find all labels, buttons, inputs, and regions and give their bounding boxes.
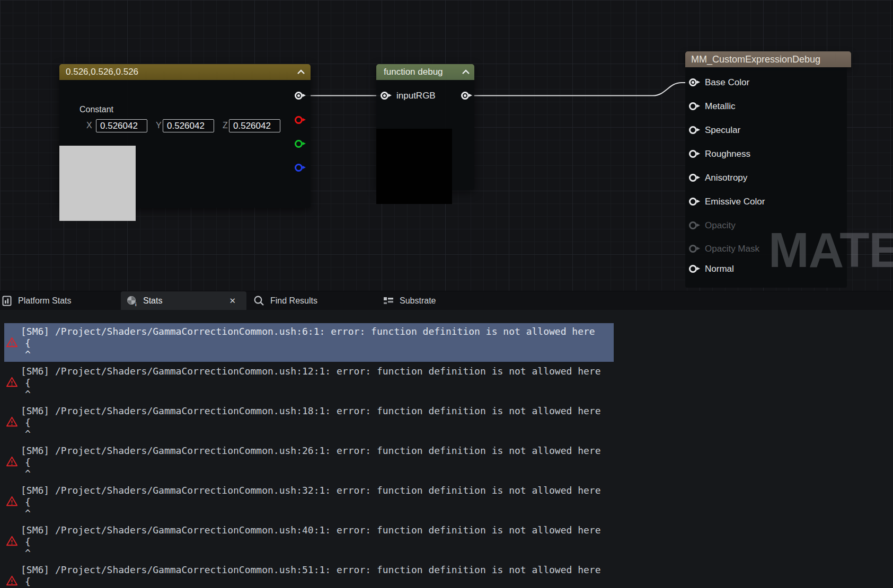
log-caret: ^ [21, 547, 893, 558]
function-debug-output-pin[interactable] [461, 92, 469, 100]
tab-platform-stats[interactable]: Platform Stats [2, 291, 71, 310]
log-caret: ^ [21, 428, 893, 439]
material-output-node-title: MM_CustomExpressionDebug [691, 54, 820, 65]
metallic-pin-label: Metallic [705, 101, 736, 112]
log-message: [SM6] /Project/Shaders/GammaCorrectionCo… [21, 484, 893, 496]
base-color-pin-label: Base Color [705, 77, 749, 88]
close-icon[interactable]: ✕ [229, 296, 236, 306]
metallic-pin[interactable] [689, 102, 697, 110]
tab-substrate[interactable]: Substrate [383, 291, 436, 310]
opacity-mask-pin-label: Opacity Mask [705, 244, 759, 254]
y-axis-label: Y [156, 121, 162, 130]
warning-icon [6, 575, 18, 587]
log-entry[interactable]: [SM6] /Project/Shaders/GammaCorrectionCo… [0, 323, 893, 362]
emissive-color-pin[interactable] [689, 198, 697, 206]
roughness-pin[interactable] [689, 150, 697, 158]
tab-find-results-label: Find Results [270, 296, 317, 306]
function-debug-preview-swatch [376, 129, 452, 204]
inputrgb-input-pin[interactable] [381, 92, 388, 100]
pin-row-normal: Normal [685, 264, 847, 274]
specular-pin[interactable] [689, 126, 697, 134]
y-value-field[interactable] [163, 119, 214, 132]
log-caret: ^ [21, 507, 893, 519]
pin-row-base-color: Base Color [685, 77, 847, 88]
base-color-pin[interactable] [689, 78, 697, 86]
panel-tab-bar: Platform Stats i [0, 291, 893, 310]
constant-param-label: Constant [79, 105, 113, 114]
collapse-chevron-icon[interactable] [297, 69, 305, 75]
constant-blue-output-pin[interactable] [295, 164, 303, 172]
x-value-field[interactable] [96, 119, 147, 132]
pin-row-roughness: Roughness [685, 149, 847, 159]
constant-red-output-pin[interactable] [295, 116, 303, 124]
log-caret: ^ [21, 468, 893, 479]
material-output-node-body: Base Color Metallic Specular Roughness A… [685, 67, 847, 288]
tab-substrate-label: Substrate [400, 296, 436, 306]
opacity-pin-label: Opacity [705, 220, 736, 231]
material-output-node[interactable]: MM_CustomExpressionDebug Base Color Meta… [685, 51, 851, 288]
normal-pin-label: Normal [705, 264, 734, 274]
constant-preview-swatch [59, 146, 136, 221]
log-message: [SM6] /Project/Shaders/GammaCorrectionCo… [21, 365, 893, 377]
z-value-field[interactable] [229, 119, 280, 132]
constant-node-body: Constant X Y Z [59, 80, 311, 208]
inputrgb-pin-label: inputRGB [396, 91, 436, 101]
log-message: [SM6] /Project/Shaders/GammaCorrectionCo… [21, 564, 893, 576]
log-message: [SM6] /Project/Shaders/GammaCorrectionCo… [21, 444, 893, 457]
warning-icon [6, 535, 18, 547]
log-entry[interactable]: [SM6] /Project/Shaders/GammaCorrectionCo… [0, 562, 893, 588]
tab-stats[interactable]: i Stats ✕ [121, 291, 246, 310]
constant-node[interactable]: 0.526,0.526,0.526 Constant X Y Z [59, 64, 311, 208]
graph-canvas[interactable]: 0.526,0.526,0.526 Constant X Y Z [0, 0, 893, 291]
pin-row-metallic: Metallic [685, 101, 847, 112]
pin-row-emissive-color: Emissive Color [685, 197, 847, 207]
warning-icon [6, 416, 18, 428]
anisotropy-pin-label: Anisotropy [705, 173, 747, 183]
anisotropy-pin[interactable] [689, 174, 697, 182]
log-brace: { [21, 417, 893, 428]
opacity-pin [689, 221, 697, 229]
log-caret: ^ [21, 349, 893, 360]
log-message: [SM6] /Project/Shaders/GammaCorrectionCo… [21, 325, 893, 337]
log-message: [SM6] /Project/Shaders/GammaCorrectionCo… [21, 405, 893, 417]
pin-row-opacity-mask: Opacity Mask [685, 244, 847, 254]
constant-xyz-row: X Y Z [59, 119, 311, 132]
log-entry[interactable]: [SM6] /Project/Shaders/GammaCorrectionCo… [0, 522, 893, 560]
function-debug-node-body: inputRGB [376, 80, 474, 190]
log-entry[interactable]: [SM6] /Project/Shaders/GammaCorrectionCo… [0, 363, 893, 402]
roughness-pin-label: Roughness [705, 149, 750, 159]
warning-icon [6, 456, 18, 468]
function-debug-node-header[interactable]: function debug [376, 64, 474, 80]
log-entry[interactable]: [SM6] /Project/Shaders/GammaCorrectionCo… [0, 442, 893, 481]
warning-icon [6, 336, 18, 349]
z-axis-label: Z [223, 121, 228, 130]
opacity-mask-pin [689, 245, 697, 253]
normal-pin[interactable] [689, 265, 697, 273]
constant-node-header[interactable]: 0.526,0.526,0.526 [59, 64, 311, 80]
pin-row-specular: Specular [685, 125, 847, 136]
log-entry[interactable]: [SM6] /Project/Shaders/GammaCorrectionCo… [0, 403, 893, 441]
constant-green-output-pin[interactable] [295, 140, 303, 148]
log-brace: { [21, 377, 893, 388]
specular-pin-label: Specular [705, 125, 740, 136]
warning-icon [6, 376, 18, 388]
collapse-chevron-icon[interactable] [462, 69, 470, 75]
log-message: [SM6] /Project/Shaders/GammaCorrectionCo… [21, 524, 893, 536]
tab-find-results[interactable]: Find Results [253, 291, 317, 310]
function-debug-node[interactable]: function debug inputRGB [376, 64, 474, 190]
constant-output-pin[interactable] [295, 92, 303, 100]
x-axis-label: X [86, 121, 92, 130]
pin-row-opacity: Opacity [685, 220, 847, 231]
material-output-node-header[interactable]: MM_CustomExpressionDebug [685, 51, 851, 67]
log-brace: { [21, 576, 893, 587]
stats-icon: i [126, 295, 138, 307]
platform-stats-icon [2, 296, 13, 306]
svg-text:i: i [135, 302, 137, 307]
log-entry[interactable]: [SM6] /Project/Shaders/GammaCorrectionCo… [0, 482, 893, 521]
emissive-color-pin-label: Emissive Color [705, 197, 765, 207]
log-brace: { [21, 337, 893, 349]
function-debug-node-title: function debug [384, 67, 443, 77]
tab-stats-label: Stats [143, 296, 162, 306]
search-icon [253, 295, 265, 307]
message-log[interactable]: [SM6] /Project/Shaders/GammaCorrectionCo… [0, 310, 893, 588]
